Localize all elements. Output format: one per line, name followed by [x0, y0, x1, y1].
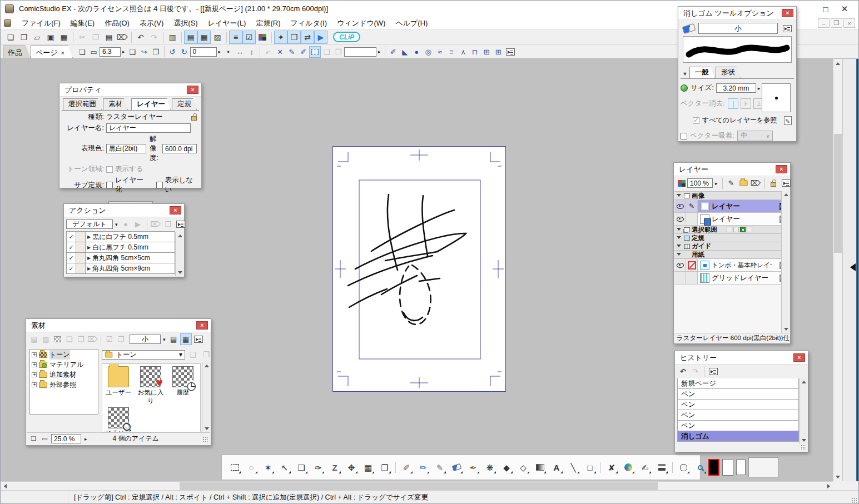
- play-button[interactable]: ▶: [314, 31, 327, 44]
- pages-panel-button[interactable]: ❒: [287, 31, 301, 44]
- symmetry-ruler-tool[interactable]: ⊓: [469, 46, 481, 58]
- tool-text[interactable]: A: [549, 460, 564, 475]
- action-enabled-checkbox[interactable]: ✓: [67, 253, 76, 263]
- subruler-layerize-checkbox[interactable]: [106, 182, 113, 188]
- history-item-eraser[interactable]: 消しゴム: [677, 431, 799, 442]
- new-page-button[interactable]: ❏: [4, 31, 17, 44]
- layers-scroll-down-icon[interactable]: [782, 326, 790, 333]
- save-all-button[interactable]: ▦: [57, 31, 71, 44]
- tree-item-tone[interactable]: トーン: [30, 350, 98, 360]
- list-view-button[interactable]: ▤: [168, 333, 180, 345]
- checklist-panel-button[interactable]: ☑: [242, 31, 256, 44]
- draw-target-cell[interactable]: [686, 272, 698, 284]
- material-zoom-field[interactable]: 25.0 %: [51, 434, 81, 443]
- history-panel-menu-icon[interactable]: [709, 368, 718, 375]
- tone-show-checkbox[interactable]: [106, 166, 113, 173]
- group-collapse-icon[interactable]: [677, 253, 681, 258]
- layer-row-tombo[interactable]: トンボ・基本枠レイヤー: [674, 259, 790, 272]
- tool-stamp[interactable]: [654, 460, 669, 475]
- material-folder-select[interactable]: トーン ▾: [102, 350, 185, 360]
- visibility-cell[interactable]: [674, 272, 686, 284]
- tool-line-correct[interactable]: ✍: [638, 460, 652, 475]
- size-indicator-icon[interactable]: [681, 84, 688, 92]
- page-flip-button[interactable]: ↪: [138, 46, 150, 58]
- visibility-cell[interactable]: [674, 200, 686, 212]
- action-preset-select[interactable]: デフォルト: [66, 219, 113, 229]
- layer-group-guide[interactable]: ガイド: [674, 242, 790, 251]
- material-zoom-spinner[interactable]: ▸: [85, 436, 87, 442]
- tab-close-icon[interactable]: ×: [61, 49, 64, 56]
- dock-collapse-icon[interactable]: [846, 263, 856, 271]
- material-catalog-button[interactable]: ▨: [211, 31, 224, 44]
- expand-plus-icon[interactable]: [32, 352, 37, 357]
- layer-opacity-field[interactable]: 100 %: [687, 178, 713, 188]
- action-item-4[interactable]: ✓ ▶ 角丸四角 5cm×9cm: [66, 263, 175, 274]
- tool-layer-select[interactable]: ❏: [294, 460, 309, 475]
- action-dialog-cell[interactable]: [76, 242, 86, 252]
- folder-up-button[interactable]: ❏: [187, 349, 198, 360]
- action-enabled-checkbox[interactable]: ✓: [67, 232, 76, 242]
- scroll-right-icon[interactable]: [824, 482, 833, 491]
- color-black-swatch[interactable]: [708, 459, 719, 476]
- tool-pen[interactable]: ✒: [466, 460, 480, 475]
- tab-selection[interactable]: 選択範囲: [63, 98, 102, 110]
- group-collapse-icon[interactable]: [677, 244, 681, 249]
- mdi-restore-button[interactable]: ❐: [831, 18, 842, 28]
- expand-arrow-icon[interactable]: ▶: [87, 245, 91, 250]
- scroll-up-icon[interactable]: [833, 59, 842, 68]
- tool-gradient[interactable]: [533, 460, 547, 475]
- eraser-title-bar[interactable]: 消しゴム ツールオプション ×: [678, 7, 796, 20]
- material-item-history[interactable]: 履歴: [167, 364, 199, 405]
- history-item-pen2[interactable]: ペン: [677, 400, 799, 410]
- rotate-right-button[interactable]: ↻: [178, 46, 190, 58]
- history-item-pen1[interactable]: ペン: [677, 389, 799, 400]
- refer-all-layers-checkbox[interactable]: [693, 117, 699, 124]
- layer-row-grid[interactable]: グリッドレイヤー: [674, 272, 790, 285]
- tool-object-select[interactable]: ↖: [277, 460, 292, 475]
- layer-row-tone[interactable]: レイヤー: [674, 213, 790, 226]
- action-scrollbar[interactable]: [175, 232, 183, 276]
- action-dialog-cell[interactable]: [76, 253, 86, 263]
- subruler-hide-checkbox[interactable]: [156, 182, 163, 188]
- history-scrollbar[interactable]: [799, 378, 807, 444]
- vector-erase-touch-button[interactable]: ∣: [728, 98, 738, 109]
- material-item-favorites[interactable]: お気に入り: [135, 364, 167, 405]
- vertical-scroll-thumb[interactable]: [834, 134, 842, 253]
- tool-line[interactable]: ╲: [566, 460, 580, 475]
- vector-snap-select[interactable]: 中 ∨: [737, 131, 773, 141]
- material-resize-grip[interactable]: [202, 436, 208, 442]
- grid-ruler-a-tool[interactable]: ⊞: [481, 46, 493, 58]
- layers-scrollbar[interactable]: [781, 191, 790, 333]
- grid-snap-button[interactable]: [309, 46, 321, 58]
- history-scroll-up-icon[interactable]: [800, 378, 808, 386]
- expand-arrow-icon[interactable]: ▶: [87, 266, 91, 271]
- new-story-button[interactable]: ❐: [17, 31, 31, 44]
- tab-layer[interactable]: レイヤー: [131, 98, 171, 110]
- page-shade-button[interactable]: ▭: [88, 46, 100, 58]
- action-preset-caret-icon[interactable]: ▾: [115, 222, 118, 227]
- draw-target-cell[interactable]: ✎: [686, 200, 698, 212]
- tool-rectangle[interactable]: □: [583, 460, 597, 475]
- duplicate-action-button[interactable]: ❐: [162, 218, 174, 230]
- lock-icon[interactable]: [191, 116, 197, 121]
- lock-layer-button[interactable]: [768, 177, 779, 189]
- tool-brush[interactable]: ✐: [399, 460, 414, 475]
- tab-general[interactable]: 一般: [689, 67, 714, 78]
- menu-select[interactable]: 選択(S): [168, 18, 202, 29]
- history-item-pen3[interactable]: ペン: [677, 410, 799, 421]
- thumbnail-view-button[interactable]: ▦: [180, 333, 192, 345]
- tool-ruler-select[interactable]: Z: [327, 460, 342, 475]
- tools-panel-button[interactable]: ✦: [274, 31, 287, 44]
- new-page2-button[interactable]: ❏: [127, 46, 138, 58]
- history-close-icon[interactable]: ×: [793, 353, 805, 362]
- layer-thumbnail[interactable]: [700, 214, 709, 224]
- horizontal-scrollbar[interactable]: [1, 481, 833, 490]
- cut-button[interactable]: ✂: [76, 31, 89, 44]
- record-action-button[interactable]: ●: [120, 218, 132, 230]
- mdi-minimize-button[interactable]: –: [818, 18, 830, 28]
- page-duplicate-button[interactable]: ❐: [150, 46, 162, 58]
- layer-name-input[interactable]: レイヤー: [106, 123, 191, 133]
- group-collapse-icon[interactable]: [677, 194, 681, 199]
- compass-tool[interactable]: ◎: [423, 46, 434, 58]
- menu-help[interactable]: ヘルプ(H): [390, 18, 433, 29]
